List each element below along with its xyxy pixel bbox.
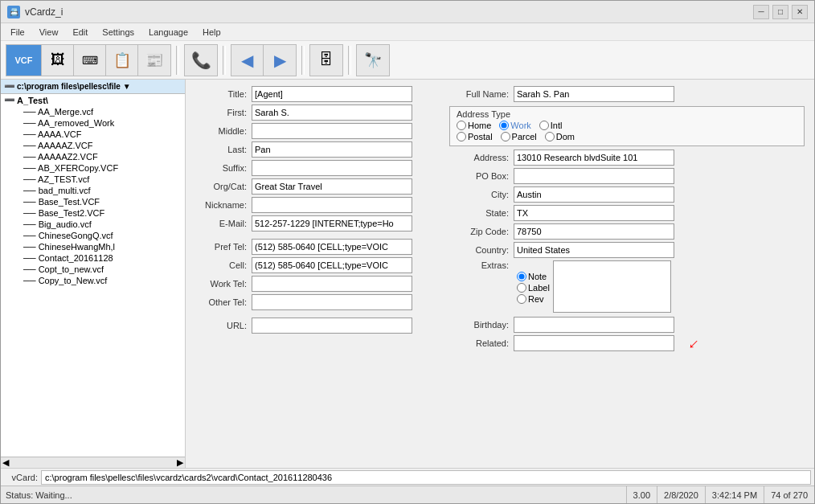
zipcode-input[interactable] (514, 223, 674, 240)
close-button[interactable]: ✕ (792, 5, 808, 19)
worktel-input[interactable] (252, 276, 412, 292)
url-label: URL: (195, 321, 252, 330)
clipboard-button[interactable]: 📋 (106, 45, 138, 76)
url-input[interactable] (252, 318, 412, 334)
addr-parcel-label[interactable]: Parcel (501, 132, 537, 141)
sidebar-file-10[interactable]: ── Big_audio.vcf (1, 219, 185, 230)
sidebar-file-14[interactable]: ── Copt_to_new.vcf (1, 264, 185, 275)
cell-row: Cell: (195, 257, 436, 273)
sidebar-file-1[interactable]: ── AA_removed_Work (1, 117, 185, 129)
city-input[interactable] (514, 186, 674, 203)
minimize-button[interactable]: ─ (753, 5, 769, 19)
addr-intl-label[interactable]: Intl (539, 121, 563, 130)
extras-note-label[interactable]: Note (517, 272, 550, 281)
first-label: First: (195, 108, 252, 117)
sidebar-file-7[interactable]: ── bad_multi.vcf (1, 185, 185, 196)
state-input[interactable] (514, 205, 674, 221)
fullname-row: Full Name: (449, 86, 805, 102)
sidebar-file-12[interactable]: ── ChineseHwangMh,l (1, 241, 185, 252)
last-input[interactable] (252, 141, 412, 158)
email-input[interactable] (252, 215, 412, 232)
title-bar: 📇 vCardz_i ─ □ ✕ (1, 1, 814, 23)
first-row: First: (195, 104, 436, 121)
form-left: Title: First: Middle: Last: (195, 86, 436, 354)
suffix-input[interactable] (252, 160, 412, 176)
sidebar-header[interactable]: ➖ c:\program files\pellesc\file ▼ (1, 80, 185, 94)
addr-dom-radio[interactable] (545, 132, 555, 141)
menu-language[interactable]: Language (142, 26, 195, 39)
sidebar-file-3[interactable]: ── AAAAAZ.VCF (1, 140, 185, 151)
cell-input[interactable] (252, 257, 412, 273)
vcf-button[interactable]: VCF (6, 45, 42, 76)
sidebar-file-4[interactable]: ── AAAAAZ2.VCF (1, 151, 185, 162)
addr-intl-radio[interactable] (539, 121, 549, 130)
sidebar-file-6[interactable]: ── AZ_TEST.vcf (1, 174, 185, 185)
addr-work-radio[interactable] (499, 121, 509, 130)
sidebar-file-15[interactable]: ── Copy_to_New.vcf (1, 275, 185, 286)
search-binoculars-button[interactable]: 🔭 (357, 45, 389, 76)
preftel-input[interactable] (252, 239, 412, 255)
back-button[interactable]: ◀ (231, 45, 264, 76)
hscroll-left[interactable]: ◀ (1, 457, 10, 468)
view-button[interactable]: 🖼 (42, 45, 74, 76)
vcard-path-input[interactable] (41, 470, 811, 485)
phone-button[interactable]: 📞 (185, 45, 217, 76)
orgcat-label: Org/Cat: (195, 182, 252, 191)
db-button[interactable]: 🗄 (310, 45, 342, 76)
sidebar-file-11[interactable]: ── ChineseGongQ.vcf (1, 230, 185, 241)
sidebar-hscroll[interactable]: ◀ ▶ (1, 457, 185, 468)
sidebar-file-5[interactable]: ── AB_XFERCopy.VCF (1, 162, 185, 174)
menu-settings[interactable]: Settings (96, 26, 141, 39)
extras-label-radio[interactable] (517, 283, 526, 293)
extras-rev-label[interactable]: Rev (517, 294, 550, 304)
menu-edit[interactable]: Edit (66, 26, 94, 39)
addr-home-label[interactable]: Home (457, 121, 491, 130)
othertel-input[interactable] (252, 294, 412, 310)
addr-postal-label[interactable]: Postal (457, 132, 493, 141)
type-button[interactable]: ⌨ (74, 45, 106, 76)
forward-button[interactable]: ▶ (264, 45, 296, 76)
birthday-label: Birthday: (449, 320, 514, 330)
title-label: Title: (195, 89, 252, 99)
sidebar-file-9[interactable]: ── Base_Test2.VCF (1, 207, 185, 219)
country-input[interactable] (514, 242, 674, 258)
suffix-label: Suffix: (195, 163, 252, 173)
maximize-button[interactable]: □ (772, 5, 788, 19)
nickname-input[interactable] (252, 197, 412, 213)
sidebar-file-13[interactable]: ── Contact_20161128 (1, 252, 185, 264)
extras-row: Extras: Note Label (449, 260, 805, 314)
menu-view[interactable]: View (33, 26, 65, 39)
sidebar-file-0[interactable]: ── AA_Merge.vcf (1, 106, 185, 117)
state-label: State: (449, 208, 514, 218)
extras-note-radio[interactable] (517, 272, 526, 281)
addr-postal-radio[interactable] (457, 132, 466, 141)
sidebar-folder-atest[interactable]: ➖ A_Test\ (1, 94, 185, 106)
extras-label-label[interactable]: Label (517, 283, 550, 293)
menu-file[interactable]: File (4, 26, 31, 39)
extras-label-text: Label (528, 283, 550, 293)
address-type-box: Address Type Home Work (449, 106, 805, 146)
sidebar: ➖ c:\program files\pellesc\file ▼ ➖ A_Te… (1, 80, 186, 468)
pobox-input[interactable] (514, 168, 674, 184)
addr-home-radio[interactable] (457, 121, 466, 130)
first-input[interactable] (252, 104, 412, 121)
fullname-input[interactable] (514, 86, 674, 102)
addr-work-label[interactable]: Work (499, 121, 530, 130)
hscroll-right[interactable]: ▶ (175, 457, 185, 468)
birthday-input[interactable] (514, 317, 674, 333)
addr-parcel-radio[interactable] (501, 132, 510, 141)
middle-input[interactable] (252, 123, 412, 139)
extras-textarea[interactable] (553, 260, 671, 313)
sidebar-file-2[interactable]: ── AAAA.VCF (1, 129, 185, 140)
sidebar-file-8[interactable]: ── Base_Test.VCF (1, 196, 185, 207)
related-input[interactable] (514, 335, 674, 351)
addr-dom-text: Dom (556, 132, 575, 141)
addr-dom-label[interactable]: Dom (545, 132, 575, 141)
menu-help[interactable]: Help (196, 26, 227, 39)
address-input[interactable] (514, 150, 674, 166)
othertel-label: Other Tel: (195, 297, 252, 307)
orgcat-input[interactable] (252, 178, 412, 195)
paper-button[interactable]: 📰 (138, 45, 170, 76)
extras-rev-radio[interactable] (517, 294, 526, 304)
title-input[interactable] (252, 86, 412, 102)
